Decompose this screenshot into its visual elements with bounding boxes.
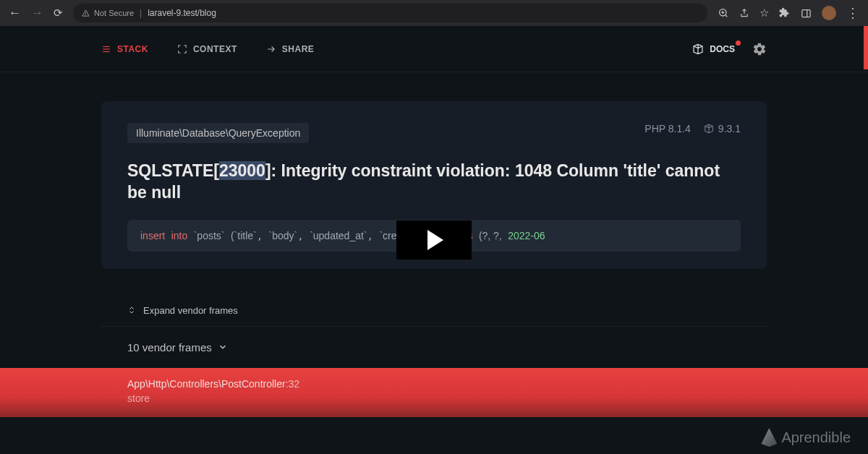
url-divider: | xyxy=(140,8,142,18)
tab-share[interactable]: SHARE xyxy=(266,44,315,54)
tab-context[interactable]: CONTEXT xyxy=(177,44,237,54)
svg-line-5 xyxy=(726,15,728,17)
back-button[interactable]: ← xyxy=(9,6,21,20)
profile-avatar[interactable] xyxy=(822,6,836,20)
url-text: laravel-9.test/blog xyxy=(148,8,216,18)
vendor-frames-toggle[interactable]: 10 vendor frames xyxy=(101,326,767,368)
menu-icon[interactable]: ⋮ xyxy=(846,5,859,21)
forward-button[interactable]: → xyxy=(31,6,43,20)
star-icon[interactable]: ☆ xyxy=(760,7,769,20)
nav-tabs-right: DOCS xyxy=(692,42,767,56)
version-info: PHP 8.1.4 9.3.1 xyxy=(644,123,741,134)
nav-tabs-left: STACK CONTEXT SHARE xyxy=(101,44,314,54)
chrome-actions: ☆ ⋮ xyxy=(718,5,859,21)
url-bar[interactable]: Not Secure | laravel-9.test/blog xyxy=(73,4,707,22)
exception-class: Illuminate\Database\QueryException xyxy=(127,123,309,143)
ignition-nav: STACK CONTEXT SHARE DOCS xyxy=(0,26,868,72)
zoom-icon[interactable] xyxy=(718,7,729,19)
extensions-icon[interactable] xyxy=(779,7,791,19)
notification-dot xyxy=(736,40,741,46)
reload-button[interactable]: ⟳ xyxy=(54,7,63,20)
security-indicator: Not Secure xyxy=(82,9,134,17)
watermark-text: Aprendible xyxy=(781,429,851,446)
frame-path: App\Http\Controllers\PostController:32 xyxy=(127,378,741,390)
tab-stack[interactable]: STACK xyxy=(101,44,148,54)
expand-vendor-frames[interactable]: Expand vendor frames xyxy=(101,295,767,326)
php-version: PHP 8.1.4 xyxy=(644,123,691,134)
not-secure-label: Not Secure xyxy=(94,9,134,17)
watermark-icon xyxy=(761,428,777,447)
browser-chrome: ← → ⟳ Not Secure | laravel-9.test/blog ☆… xyxy=(0,0,868,26)
docs-button[interactable]: DOCS xyxy=(692,43,735,55)
vendor-count-label: 10 vendor frames xyxy=(127,341,212,354)
video-play-button[interactable] xyxy=(396,220,472,260)
stack-frames: Expand vendor frames 10 vendor frames Ap… xyxy=(101,295,767,417)
tab-stack-label: STACK xyxy=(117,44,148,54)
tab-context-label: CONTEXT xyxy=(193,44,237,54)
sqlstate-code: 23000 xyxy=(219,161,265,180)
share-icon[interactable] xyxy=(739,8,749,18)
settings-icon[interactable] xyxy=(752,42,767,56)
scrollbar[interactable] xyxy=(864,26,868,69)
expand-label: Expand vendor frames xyxy=(143,305,238,316)
play-icon xyxy=(427,230,443,250)
docs-label: DOCS xyxy=(710,44,735,54)
watermark: Aprendible xyxy=(761,428,851,447)
active-stack-frame[interactable]: App\Http\Controllers\PostController:32 s… xyxy=(0,368,868,417)
panel-icon[interactable] xyxy=(801,8,812,19)
error-title: SQLSTATE[23000]: Integrity constraint vi… xyxy=(127,160,741,204)
svg-rect-6 xyxy=(802,9,810,17)
fade-overlay xyxy=(697,220,741,252)
frame-method: store xyxy=(127,393,741,404)
tab-share-label: SHARE xyxy=(282,44,315,54)
laravel-version: 9.3.1 xyxy=(704,123,741,134)
page-body: STACK CONTEXT SHARE DOCS Illuminate\Dat xyxy=(0,26,868,454)
